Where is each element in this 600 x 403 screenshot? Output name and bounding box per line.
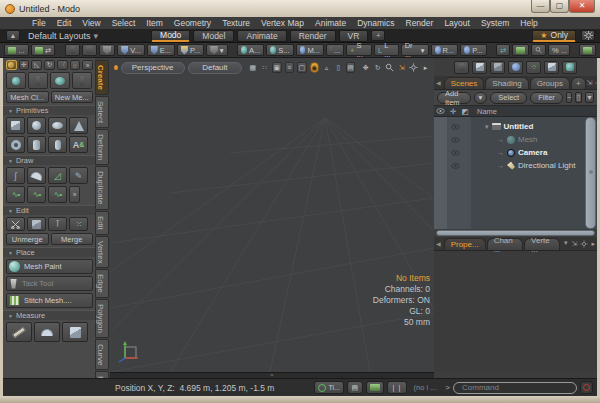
close-button[interactable]: ✕ bbox=[569, 0, 595, 13]
items-mode-button[interactable] bbox=[99, 44, 115, 56]
popout-icon[interactable]: ⇲ bbox=[572, 240, 578, 248]
item-row-directional-light[interactable]: → Directional Light bbox=[497, 159, 575, 172]
eye-toggle[interactable] bbox=[449, 124, 462, 130]
vertical-scrollbar[interactable] bbox=[585, 117, 596, 229]
polygons-mode-button[interactable]: P... bbox=[177, 44, 204, 56]
collapse-left-icon[interactable]: ◀ bbox=[436, 240, 443, 250]
command-input[interactable] bbox=[453, 382, 577, 394]
new-mesh-button[interactable]: New Me... bbox=[51, 91, 94, 103]
polyline-tool-button[interactable]: ◿ bbox=[48, 167, 67, 184]
tab-edge[interactable]: Edge bbox=[95, 269, 109, 298]
place-section-header[interactable]: ▼Place bbox=[3, 247, 95, 257]
layout-tab-vr[interactable]: VR bbox=[339, 30, 369, 42]
layout-tab-render[interactable]: Render bbox=[290, 30, 336, 42]
ghost-mode-icon[interactable]: ▵ bbox=[322, 62, 331, 73]
cylinder-primitive-button[interactable] bbox=[27, 136, 46, 153]
screen-toggle-button[interactable] bbox=[366, 381, 384, 394]
add-layout-tab-button[interactable]: + bbox=[371, 30, 385, 41]
tab-deform[interactable]: Deform bbox=[95, 129, 109, 165]
mode-dropdown[interactable]: ▾ bbox=[206, 44, 227, 56]
select-tool-button[interactable] bbox=[82, 44, 97, 56]
menu-texture[interactable]: Texture bbox=[222, 18, 250, 28]
more-draw-tools-button[interactable]: » bbox=[69, 186, 80, 203]
percent-button[interactable]: %... bbox=[548, 44, 570, 56]
viewport-gear-icon[interactable] bbox=[409, 62, 418, 73]
default-layouts-dropdown[interactable]: Default Layouts bbox=[28, 31, 91, 41]
item-row-camera[interactable]: → Camera bbox=[497, 146, 547, 159]
rotate-gizmo-button[interactable] bbox=[50, 72, 70, 89]
elements-tool-button[interactable]: ⁙ bbox=[69, 217, 88, 231]
symmetry-button[interactable]: S... bbox=[266, 44, 293, 56]
layout-tab-animate[interactable]: Animate bbox=[237, 30, 286, 42]
zoom-icon[interactable] bbox=[385, 62, 394, 73]
pan-icon[interactable]: ✥ bbox=[361, 62, 370, 73]
palette-icon-6[interactable] bbox=[544, 61, 559, 74]
edges-mode-button[interactable]: E... bbox=[147, 44, 175, 56]
tab-overflow-icon[interactable]: ▾ bbox=[561, 239, 571, 250]
arc-tool-button[interactable] bbox=[27, 167, 46, 184]
viewport-swap-button[interactable]: ⇄ bbox=[31, 44, 56, 56]
auto-select-button[interactable]: A... bbox=[237, 44, 264, 56]
tab-vertex-map[interactable]: Verte ... bbox=[524, 238, 560, 250]
menu-file[interactable]: File bbox=[32, 18, 46, 28]
spheres-view-icon[interactable]: ∷ bbox=[260, 62, 269, 73]
tab-duplicate[interactable]: Duplicate bbox=[95, 166, 109, 209]
maximize-viewport-icon[interactable]: ⇲ bbox=[397, 62, 406, 73]
menu-item[interactable]: Item bbox=[146, 18, 163, 28]
layout-gear-button[interactable] bbox=[581, 30, 595, 41]
title-bar[interactable]: Untitled - Modo — ▢ ✕ bbox=[0, 0, 600, 17]
radial-tool-button[interactable] bbox=[6, 60, 17, 70]
viewport-preset-button[interactable]: ... bbox=[4, 44, 29, 56]
more-tools-button[interactable]: » bbox=[82, 60, 93, 70]
menu-select[interactable]: Select bbox=[112, 18, 136, 28]
cube-primitive-button[interactable] bbox=[6, 117, 25, 134]
palette-icon-2[interactable] bbox=[472, 61, 487, 74]
tab-scenes[interactable]: Scenes bbox=[444, 77, 485, 89]
eye-toggle[interactable] bbox=[449, 137, 462, 143]
falloff-slider-button[interactable]: ... bbox=[326, 44, 344, 56]
capsule-primitive-button[interactable] bbox=[48, 136, 67, 153]
pen-tool-button[interactable]: ✎ bbox=[69, 167, 88, 184]
tab-polygon[interactable]: Polygon bbox=[95, 299, 109, 338]
work-plane-button[interactable]: LL ... bbox=[374, 44, 399, 56]
collapse-left-icon[interactable]: ◀ bbox=[436, 79, 443, 89]
palette-icon-5[interactable]: ⁘ bbox=[526, 61, 541, 74]
lock-icon[interactable]: ▯ bbox=[334, 62, 343, 73]
torus-primitive-button[interactable] bbox=[6, 136, 25, 153]
item-row-mesh[interactable]: → Mesh bbox=[497, 133, 538, 146]
viewport-style-dropdown[interactable]: Default bbox=[188, 62, 243, 74]
preview-toggle[interactable]: P... bbox=[460, 44, 486, 56]
shading-cube-icon[interactable]: ▢ bbox=[297, 62, 306, 73]
overlay-icon[interactable]: ▤ bbox=[346, 62, 355, 73]
viewport-expand-icon[interactable]: ▸ bbox=[421, 62, 430, 73]
item-row-untitled[interactable]: ▾ Untitled bbox=[485, 120, 533, 133]
dimension-tool-button[interactable] bbox=[62, 322, 88, 342]
viewport-mode-dropdown[interactable]: Perspective bbox=[121, 62, 185, 74]
pin-tool-button[interactable]: ⊺ bbox=[48, 217, 67, 231]
eye-toggle[interactable] bbox=[449, 163, 462, 169]
menu-render[interactable]: Render bbox=[406, 18, 434, 28]
ellipsoid-primitive-button[interactable] bbox=[48, 117, 67, 134]
bend-tool-button[interactable]: 〈 bbox=[57, 60, 68, 70]
filter-button[interactable]: Filter bbox=[530, 92, 563, 104]
protractor-tool-button[interactable] bbox=[34, 322, 60, 342]
menu-help[interactable]: Help bbox=[520, 18, 537, 28]
primitives-section-header[interactable]: ▼Primitives bbox=[3, 105, 95, 115]
menu-layout[interactable]: Layout bbox=[444, 18, 470, 28]
layout-tab-modo[interactable]: Modo bbox=[151, 30, 190, 42]
mesh-paint-tool[interactable]: Mesh Paint bbox=[6, 259, 93, 274]
scale-tool-button[interactable]: ◺ bbox=[31, 60, 42, 70]
collapse-all-button[interactable]: − bbox=[566, 92, 573, 103]
draw-dropdown[interactable]: Dr ...▾ bbox=[401, 44, 429, 56]
spline-tool-button[interactable]: ∿• bbox=[48, 186, 67, 203]
expand-arrow-icon[interactable]: ▾ bbox=[485, 123, 489, 131]
time-tool-button[interactable]: Ti... bbox=[314, 381, 343, 394]
menu-edit[interactable]: Edit bbox=[57, 18, 72, 28]
visibility-toggle-icon[interactable]: ◉ bbox=[310, 62, 319, 73]
cone-primitive-button[interactable] bbox=[69, 117, 88, 134]
minimize-button[interactable]: — bbox=[531, 0, 550, 13]
menu-dynamics[interactable]: Dynamics bbox=[357, 18, 394, 28]
action-center-button[interactable] bbox=[65, 44, 80, 56]
palette-icon-3[interactable] bbox=[490, 61, 505, 74]
gear-icon[interactable] bbox=[580, 240, 588, 248]
